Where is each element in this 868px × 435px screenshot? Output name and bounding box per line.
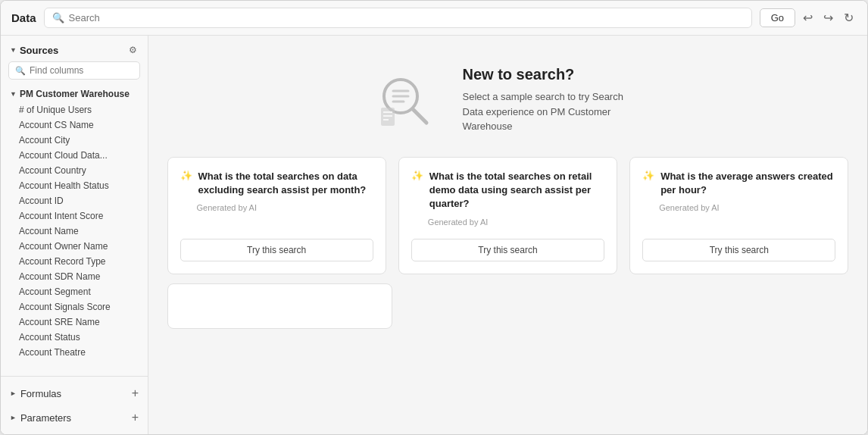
top-actions: Go ↩ ↪ ↻	[760, 8, 857, 27]
ai-wand-icon: ✨	[642, 170, 654, 181]
svg-rect-5	[381, 108, 395, 126]
sidebar: ▼ Sources ⚙ 🔍 ▼ PM Customer Warehouse # …	[1, 36, 148, 434]
svg-line-1	[413, 109, 426, 123]
card-3-header: ✨ What is the average answers created pe…	[642, 170, 835, 197]
list-item[interactable]: Account SDR Name	[1, 269, 148, 284]
search-bar[interactable]: 🔍	[44, 8, 752, 28]
search-icon: 🔍	[52, 12, 64, 23]
parameters-label: Parameters	[20, 412, 71, 424]
welcome-section: New to search? Select a sample search to…	[372, 66, 645, 134]
search-input[interactable]	[69, 12, 744, 23]
source-group-pm-customer: ▼ PM Customer Warehouse # of Unique User…	[1, 86, 148, 363]
formulas-label: Formulas	[20, 388, 61, 399]
bottom-placeholder	[167, 283, 392, 329]
list-item[interactable]: Account Segment	[1, 284, 148, 299]
list-item[interactable]: Account Country	[1, 163, 148, 178]
find-columns-icon: 🔍	[15, 66, 26, 76]
card-2-generated: Generated by AI	[411, 218, 604, 227]
list-item[interactable]: Account CS Name	[1, 117, 148, 133]
list-item[interactable]: Account Theatre	[1, 345, 148, 360]
formulas-section[interactable]: ► Formulas +	[1, 381, 148, 405]
sidebar-scroll: ▼ PM Customer Warehouse # of Unique User…	[1, 86, 148, 376]
expand-icon: ▼	[10, 90, 17, 98]
list-item[interactable]: # of Unique Users	[1, 102, 148, 117]
list-item[interactable]: Account Health Status	[1, 178, 148, 193]
list-item[interactable]: Account ID	[1, 193, 148, 208]
bottom-card-row	[167, 283, 849, 329]
list-item[interactable]: Account Record Type	[1, 254, 148, 269]
list-item[interactable]: Account Status	[1, 330, 148, 345]
welcome-text: New to search? Select a sample search to…	[463, 66, 645, 134]
sidebar-header: ▼ Sources ⚙	[1, 36, 148, 61]
try-search-button-2[interactable]: Try this search	[411, 239, 604, 261]
card-1-title: What is the total searches on data exclu…	[198, 170, 373, 197]
formulas-left: ► Formulas	[10, 388, 61, 399]
source-group-title: PM Customer Warehouse	[20, 89, 130, 99]
sources-toggle[interactable]: ▼ Sources	[10, 45, 58, 56]
parameters-left: ► Parameters	[10, 412, 71, 424]
find-columns-input[interactable]	[30, 65, 133, 76]
find-columns-bar[interactable]: 🔍	[8, 61, 140, 80]
top-bar: Data 🔍 Go ↩ ↪ ↻	[1, 1, 867, 36]
list-item[interactable]: Account Owner Name	[1, 239, 148, 254]
welcome-body: Select a sample search to try Search Dat…	[463, 89, 645, 134]
parameters-section[interactable]: ► Parameters +	[1, 405, 148, 430]
suggestion-cards: ✨ What is the total searches on data exc…	[167, 157, 849, 274]
main-panel: New to search? Select a sample search to…	[148, 36, 867, 434]
ai-wand-icon: ✨	[180, 170, 192, 181]
back-button[interactable]: ↩	[800, 9, 816, 27]
go-button[interactable]: Go	[760, 8, 795, 27]
card-2-title: What is the total searches on retail dem…	[429, 170, 604, 211]
suggestion-card-1: ✨ What is the total searches on data exc…	[167, 157, 386, 274]
forward-button[interactable]: ↪	[820, 9, 836, 27]
try-search-button-1[interactable]: Try this search	[180, 239, 373, 261]
app-title: Data	[11, 11, 36, 24]
search-illustration	[372, 66, 440, 134]
card-1-generated: Generated by AI	[180, 203, 373, 212]
list-item[interactable]: Account City	[1, 133, 148, 148]
app-window: Data 🔍 Go ↩ ↪ ↻ ▼ Sources ⚙ 🔍	[0, 0, 868, 435]
welcome-heading: New to search?	[463, 66, 645, 83]
sidebar-collapse-button[interactable]: ⚙	[127, 43, 139, 57]
add-formula-button[interactable]: +	[132, 386, 139, 400]
suggestion-card-3: ✨ What is the average answers created pe…	[629, 157, 848, 274]
list-item[interactable]: Account Intent Score	[1, 208, 148, 224]
list-item[interactable]: Account Cloud Data...	[1, 148, 148, 163]
chevron-right-icon: ►	[10, 414, 17, 421]
sources-label: Sources	[20, 45, 58, 56]
card-3-title: What is the average answers created per …	[660, 170, 835, 197]
chevron-right-icon: ►	[10, 390, 17, 397]
chevron-down-icon: ▼	[10, 46, 17, 54]
card-1-header: ✨ What is the total searches on data exc…	[180, 170, 373, 197]
sidebar-bottom: ► Formulas + ► Parameters +	[1, 376, 148, 434]
suggestion-card-2: ✨ What is the total searches on retail d…	[398, 157, 617, 274]
list-item[interactable]: Account Name	[1, 224, 148, 239]
try-search-button-3[interactable]: Try this search	[642, 239, 835, 261]
list-item[interactable]: Account Signals Score	[1, 299, 148, 315]
source-group-header[interactable]: ▼ PM Customer Warehouse	[1, 86, 148, 102]
card-3-generated: Generated by AI	[642, 203, 835, 212]
list-item[interactable]: Account SRE Name	[1, 315, 148, 330]
ai-wand-icon: ✨	[411, 170, 423, 181]
add-parameter-button[interactable]: +	[132, 411, 139, 424]
card-2-header: ✨ What is the total searches on retail d…	[411, 170, 604, 211]
main-content: ▼ Sources ⚙ 🔍 ▼ PM Customer Warehouse # …	[1, 36, 867, 434]
refresh-button[interactable]: ↻	[841, 9, 857, 27]
